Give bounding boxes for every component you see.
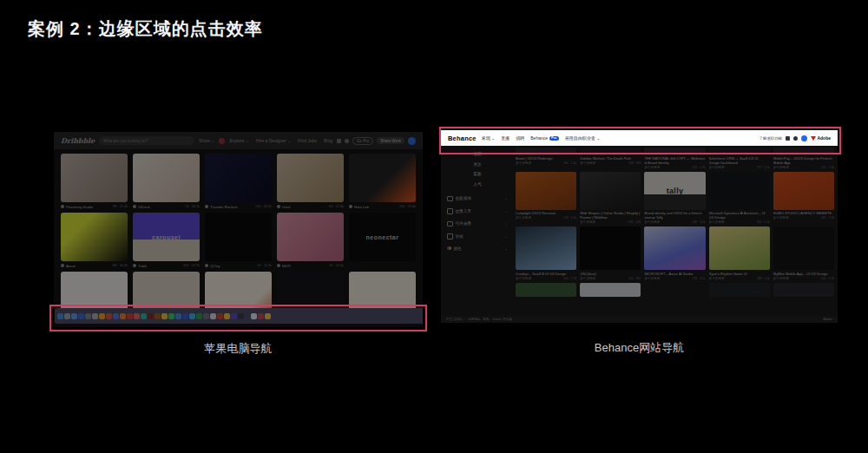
project-author[interactable]: 多个所有者	[580, 220, 595, 224]
project-thumbnail[interactable]: tally	[644, 172, 705, 210]
shot-author[interactable]: Plainthing Studio	[66, 205, 93, 209]
filter-icon[interactable]	[219, 138, 225, 144]
shot-author[interactable]: MUTI	[282, 264, 291, 268]
shot-thumbnail[interactable]	[277, 213, 344, 261]
shot-author[interactable]: Thunder Rockets	[210, 205, 238, 209]
project-title[interactable]: Web Shopes | Online Studio | Shopify | F…	[580, 211, 641, 220]
project-card[interactable]: HUMO STUDIO | AGENCY WEBSITE 多个所有者 167 ·…	[773, 172, 834, 225]
project-author[interactable]: 多个所有者	[709, 277, 725, 280]
project-author[interactable]: 多个所有者	[516, 161, 531, 165]
project-title[interactable]: Creditya – SaaS B UI UX Design	[516, 272, 576, 276]
shot-thumbnail[interactable]	[277, 154, 344, 202]
shot-author[interactable]: Tubik	[138, 264, 147, 268]
project-author[interactable]: 多个所有者	[644, 220, 660, 224]
project-author[interactable]: 多个所有者	[773, 277, 789, 280]
author-avatar[interactable]	[133, 205, 136, 208]
footer-links[interactable]: 中文 (简体) ⌄ · 使用条款 · 隐私 · Cookie 首选项	[446, 318, 512, 321]
project-thumbnail[interactable]	[773, 172, 834, 210]
shot-thumbnail[interactable]	[349, 154, 416, 202]
share-work-button[interactable]: Share Work	[377, 137, 404, 144]
nav-link[interactable]: Blog	[324, 138, 332, 143]
project-author[interactable]: 多个所有者	[644, 166, 660, 169]
project-title[interactable]: Salesforce CRM — SaaS UX UI Design Dashb…	[709, 156, 770, 165]
nav-link[interactable]: Find Jobs	[298, 138, 317, 143]
shot-card[interactable]: UIDesk 74 · 18.2k	[133, 154, 200, 210]
shot-card[interactable]: Uinel 63 · 12.8k	[277, 154, 344, 210]
project-thumbnail[interactable]	[516, 226, 576, 270]
shot-thumbnail[interactable]	[61, 213, 128, 261]
shot-card[interactable]: carousel Tubik 102 · 22.7k	[133, 213, 200, 269]
project-thumbnail[interactable]	[580, 172, 641, 210]
sidebar-tab[interactable]: 最新	[464, 170, 490, 177]
author-avatar[interactable]	[205, 264, 208, 267]
shot-card[interactable]: neonectar Mars Work 93 · 19.8k	[349, 213, 416, 269]
project-card[interactable]: Creditya – SaaS B UI UX Design 多个所有者 154…	[516, 226, 576, 280]
project-title[interactable]: OSC(less)	[580, 272, 641, 276]
project-author[interactable]: 多个所有者	[580, 161, 595, 165]
project-title[interactable]: THE NATIONAL folk LOFT — Websites & Bran…	[644, 156, 705, 165]
shot-author[interactable]: Halo Lab	[354, 205, 369, 209]
shot-author[interactable]: UIDesk	[138, 205, 150, 209]
project-author[interactable]: 多个所有者	[516, 216, 531, 220]
project-thumbnail[interactable]	[709, 172, 770, 210]
project-card[interactable]: Web Shopes | Online Studio | Shopify | F…	[580, 172, 641, 225]
project-title[interactable]: MICROSOFT – Azure AI Studio	[644, 272, 705, 276]
search-input[interactable]: What are you looking for?	[99, 136, 194, 145]
shot-card[interactable]: QClay 59 · 11.9k	[205, 213, 272, 269]
shot-author[interactable]: QClay	[210, 264, 220, 268]
sidebar-tab[interactable]: 关注	[464, 161, 490, 167]
project-thumbnail[interactable]	[773, 283, 834, 297]
project-author[interactable]: 多个所有者	[644, 277, 660, 280]
sidebar-tab[interactable]: 人气	[464, 181, 490, 187]
project-thumbnail[interactable]	[580, 283, 641, 297]
project-title[interactable]: Ryan's Rhythm Game UI	[709, 272, 770, 276]
shot-author[interactable]: Awsm	[66, 264, 76, 268]
project-title[interactable]: HUMO STUDIO | AGENCY WEBSITE	[773, 211, 834, 215]
author-avatar[interactable]	[277, 264, 280, 267]
shot-card[interactable]: Thunder Rockets 156 · 30.1k	[205, 154, 272, 210]
project-thumbnail[interactable]	[773, 226, 834, 270]
project-thumbnail[interactable]	[644, 283, 705, 297]
project-thumbnail[interactable]	[516, 283, 576, 297]
shot-card[interactable]: Halo Lab 120 · 25.6k	[349, 154, 416, 210]
bell-icon[interactable]	[345, 139, 349, 143]
shot-thumbnail[interactable]	[205, 213, 272, 261]
project-card[interactable]: OSC(less) 多个所有者 121 · 900	[580, 226, 641, 280]
author-avatar[interactable]	[205, 205, 208, 208]
sidebar-filter[interactable]: 可供雇用 ⌄	[447, 221, 508, 227]
go-pro-button[interactable]: Go Pro	[352, 137, 373, 145]
project-card[interactable]: MyBike Mobile App – UI UX Design 多个所有者 1…	[773, 226, 834, 280]
shot-thumbnail[interactable]	[205, 154, 272, 202]
shot-thumbnail[interactable]	[133, 154, 200, 202]
nav-link[interactable]: Explore ⌄	[229, 138, 249, 143]
project-card[interactable]: Microsoft Dynamics AI Assistant – UI UX …	[709, 172, 770, 225]
chat-icon[interactable]	[337, 139, 341, 143]
project-thumbnail[interactable]	[580, 226, 641, 270]
project-title[interactable]: Beam | UX/UI Redesign	[516, 156, 576, 161]
author-avatar[interactable]	[277, 205, 280, 208]
avatar[interactable]	[408, 137, 416, 145]
shot-thumbnail[interactable]	[61, 154, 128, 202]
project-author[interactable]: 多个所有者	[516, 277, 531, 280]
project-card[interactable]: Lamplight UX/UI Renewal 多个所有者 176 · 2.1k	[516, 172, 576, 225]
shot-thumbnail[interactable]: neonectar	[349, 213, 416, 261]
nav-link[interactable]: Hire a Designer ⌄	[256, 138, 291, 143]
shot-card[interactable]: MUTI 76 · 14.5k	[277, 213, 344, 269]
sidebar-filter[interactable]: 创意领域 ⌄	[447, 196, 508, 202]
sidebar-filter[interactable]: 使用工具 ⌄	[447, 208, 508, 214]
project-card[interactable]: tally Brand identity and UX/UI for a fin…	[644, 172, 705, 225]
shot-card[interactable]: Plainthing Studio 98 · 21.4k	[61, 154, 128, 210]
project-author[interactable]: 多个所有者	[773, 216, 789, 220]
project-title[interactable]: Brand identity and UX/UI for a fintech s…	[644, 211, 705, 220]
author-avatar[interactable]	[61, 264, 64, 267]
project-author[interactable]: 多个所有者	[709, 220, 725, 224]
project-thumbnail[interactable]	[644, 226, 705, 270]
author-avatar[interactable]	[349, 205, 352, 208]
project-title[interactable]: Zombie Warfare: The Death Path	[580, 156, 641, 161]
project-thumbnail[interactable]	[709, 283, 770, 297]
shots-dropdown[interactable]: Shots ⌄	[199, 138, 214, 143]
project-title[interactable]: Microsoft Dynamics AI Assistant – UI UX …	[709, 211, 770, 220]
shot-thumbnail[interactable]: carousel	[133, 213, 200, 261]
sidebar-filter[interactable]: 学校 ⌄	[447, 233, 508, 240]
project-title[interactable]: MyBike Mobile App – UI UX Design	[773, 272, 834, 276]
